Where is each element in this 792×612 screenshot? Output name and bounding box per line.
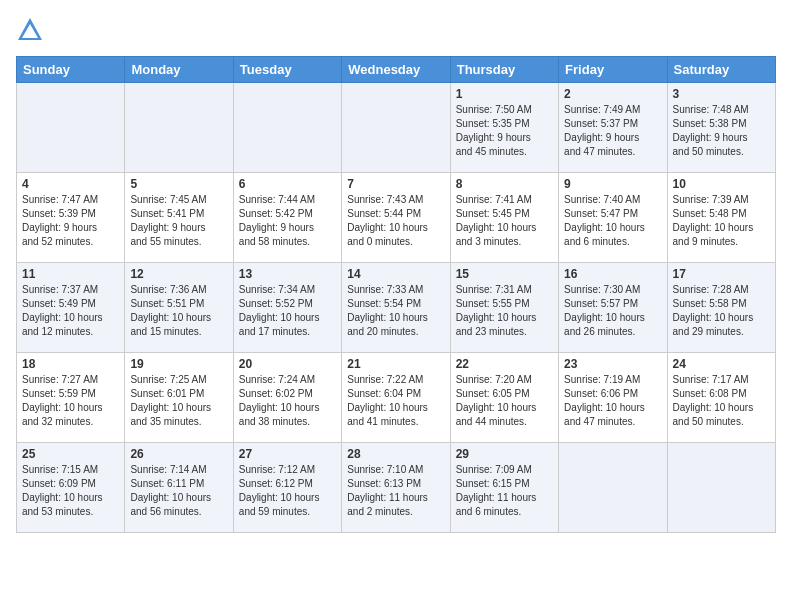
calendar-cell: [17, 83, 125, 173]
day-info: Sunrise: 7:10 AM Sunset: 6:13 PM Dayligh…: [347, 463, 444, 519]
day-info: Sunrise: 7:39 AM Sunset: 5:48 PM Dayligh…: [673, 193, 770, 249]
calendar-cell: 22Sunrise: 7:20 AM Sunset: 6:05 PM Dayli…: [450, 353, 558, 443]
day-number: 26: [130, 447, 227, 461]
day-info: Sunrise: 7:34 AM Sunset: 5:52 PM Dayligh…: [239, 283, 336, 339]
header-saturday: Saturday: [667, 57, 775, 83]
day-number: 16: [564, 267, 661, 281]
calendar-cell: 1Sunrise: 7:50 AM Sunset: 5:35 PM Daylig…: [450, 83, 558, 173]
calendar-cell: 27Sunrise: 7:12 AM Sunset: 6:12 PM Dayli…: [233, 443, 341, 533]
day-info: Sunrise: 7:30 AM Sunset: 5:57 PM Dayligh…: [564, 283, 661, 339]
day-number: 5: [130, 177, 227, 191]
day-info: Sunrise: 7:12 AM Sunset: 6:12 PM Dayligh…: [239, 463, 336, 519]
header-tuesday: Tuesday: [233, 57, 341, 83]
day-info: Sunrise: 7:44 AM Sunset: 5:42 PM Dayligh…: [239, 193, 336, 249]
day-number: 24: [673, 357, 770, 371]
header-thursday: Thursday: [450, 57, 558, 83]
day-info: Sunrise: 7:20 AM Sunset: 6:05 PM Dayligh…: [456, 373, 553, 429]
header-monday: Monday: [125, 57, 233, 83]
calendar-cell: 25Sunrise: 7:15 AM Sunset: 6:09 PM Dayli…: [17, 443, 125, 533]
day-info: Sunrise: 7:50 AM Sunset: 5:35 PM Dayligh…: [456, 103, 553, 159]
calendar-row-4: 18Sunrise: 7:27 AM Sunset: 5:59 PM Dayli…: [17, 353, 776, 443]
day-info: Sunrise: 7:14 AM Sunset: 6:11 PM Dayligh…: [130, 463, 227, 519]
calendar-cell: 12Sunrise: 7:36 AM Sunset: 5:51 PM Dayli…: [125, 263, 233, 353]
calendar-cell: [559, 443, 667, 533]
day-info: Sunrise: 7:33 AM Sunset: 5:54 PM Dayligh…: [347, 283, 444, 339]
day-info: Sunrise: 7:47 AM Sunset: 5:39 PM Dayligh…: [22, 193, 119, 249]
calendar-cell: 2Sunrise: 7:49 AM Sunset: 5:37 PM Daylig…: [559, 83, 667, 173]
calendar-cell: 10Sunrise: 7:39 AM Sunset: 5:48 PM Dayli…: [667, 173, 775, 263]
day-info: Sunrise: 7:49 AM Sunset: 5:37 PM Dayligh…: [564, 103, 661, 159]
calendar-cell: 15Sunrise: 7:31 AM Sunset: 5:55 PM Dayli…: [450, 263, 558, 353]
day-info: Sunrise: 7:36 AM Sunset: 5:51 PM Dayligh…: [130, 283, 227, 339]
calendar-cell: 16Sunrise: 7:30 AM Sunset: 5:57 PM Dayli…: [559, 263, 667, 353]
calendar-cell: 13Sunrise: 7:34 AM Sunset: 5:52 PM Dayli…: [233, 263, 341, 353]
logo-icon: [16, 16, 44, 44]
day-number: 11: [22, 267, 119, 281]
day-number: 10: [673, 177, 770, 191]
page-header: [16, 16, 776, 44]
calendar-cell: 5Sunrise: 7:45 AM Sunset: 5:41 PM Daylig…: [125, 173, 233, 263]
day-info: Sunrise: 7:19 AM Sunset: 6:06 PM Dayligh…: [564, 373, 661, 429]
calendar-cell: 24Sunrise: 7:17 AM Sunset: 6:08 PM Dayli…: [667, 353, 775, 443]
day-number: 14: [347, 267, 444, 281]
calendar-cell: 8Sunrise: 7:41 AM Sunset: 5:45 PM Daylig…: [450, 173, 558, 263]
day-number: 3: [673, 87, 770, 101]
day-info: Sunrise: 7:43 AM Sunset: 5:44 PM Dayligh…: [347, 193, 444, 249]
day-number: 1: [456, 87, 553, 101]
calendar-cell: 26Sunrise: 7:14 AM Sunset: 6:11 PM Dayli…: [125, 443, 233, 533]
day-info: Sunrise: 7:15 AM Sunset: 6:09 PM Dayligh…: [22, 463, 119, 519]
day-number: 17: [673, 267, 770, 281]
day-info: Sunrise: 7:25 AM Sunset: 6:01 PM Dayligh…: [130, 373, 227, 429]
calendar-cell: 23Sunrise: 7:19 AM Sunset: 6:06 PM Dayli…: [559, 353, 667, 443]
day-number: 8: [456, 177, 553, 191]
calendar-cell: 4Sunrise: 7:47 AM Sunset: 5:39 PM Daylig…: [17, 173, 125, 263]
day-number: 9: [564, 177, 661, 191]
day-number: 13: [239, 267, 336, 281]
calendar-cell: 20Sunrise: 7:24 AM Sunset: 6:02 PM Dayli…: [233, 353, 341, 443]
day-number: 20: [239, 357, 336, 371]
calendar-cell: 29Sunrise: 7:09 AM Sunset: 6:15 PM Dayli…: [450, 443, 558, 533]
calendar-cell: [667, 443, 775, 533]
calendar-cell: 14Sunrise: 7:33 AM Sunset: 5:54 PM Dayli…: [342, 263, 450, 353]
calendar-cell: 3Sunrise: 7:48 AM Sunset: 5:38 PM Daylig…: [667, 83, 775, 173]
calendar-header-row: SundayMondayTuesdayWednesdayThursdayFrid…: [17, 57, 776, 83]
day-info: Sunrise: 7:24 AM Sunset: 6:02 PM Dayligh…: [239, 373, 336, 429]
day-number: 12: [130, 267, 227, 281]
day-info: Sunrise: 7:45 AM Sunset: 5:41 PM Dayligh…: [130, 193, 227, 249]
day-info: Sunrise: 7:22 AM Sunset: 6:04 PM Dayligh…: [347, 373, 444, 429]
day-number: 22: [456, 357, 553, 371]
calendar-cell: 9Sunrise: 7:40 AM Sunset: 5:47 PM Daylig…: [559, 173, 667, 263]
day-info: Sunrise: 7:17 AM Sunset: 6:08 PM Dayligh…: [673, 373, 770, 429]
day-number: 18: [22, 357, 119, 371]
calendar-cell: 18Sunrise: 7:27 AM Sunset: 5:59 PM Dayli…: [17, 353, 125, 443]
day-number: 28: [347, 447, 444, 461]
calendar-row-2: 4Sunrise: 7:47 AM Sunset: 5:39 PM Daylig…: [17, 173, 776, 263]
day-info: Sunrise: 7:40 AM Sunset: 5:47 PM Dayligh…: [564, 193, 661, 249]
day-number: 6: [239, 177, 336, 191]
calendar-row-5: 25Sunrise: 7:15 AM Sunset: 6:09 PM Dayli…: [17, 443, 776, 533]
calendar-cell: 21Sunrise: 7:22 AM Sunset: 6:04 PM Dayli…: [342, 353, 450, 443]
day-info: Sunrise: 7:31 AM Sunset: 5:55 PM Dayligh…: [456, 283, 553, 339]
day-info: Sunrise: 7:48 AM Sunset: 5:38 PM Dayligh…: [673, 103, 770, 159]
calendar-cell: 19Sunrise: 7:25 AM Sunset: 6:01 PM Dayli…: [125, 353, 233, 443]
header-friday: Friday: [559, 57, 667, 83]
day-info: Sunrise: 7:37 AM Sunset: 5:49 PM Dayligh…: [22, 283, 119, 339]
header-wednesday: Wednesday: [342, 57, 450, 83]
logo: [16, 16, 46, 44]
calendar-row-3: 11Sunrise: 7:37 AM Sunset: 5:49 PM Dayli…: [17, 263, 776, 353]
day-info: Sunrise: 7:27 AM Sunset: 5:59 PM Dayligh…: [22, 373, 119, 429]
day-number: 19: [130, 357, 227, 371]
day-number: 23: [564, 357, 661, 371]
calendar-cell: 28Sunrise: 7:10 AM Sunset: 6:13 PM Dayli…: [342, 443, 450, 533]
calendar-cell: [342, 83, 450, 173]
calendar-cell: 17Sunrise: 7:28 AM Sunset: 5:58 PM Dayli…: [667, 263, 775, 353]
calendar-cell: [233, 83, 341, 173]
day-number: 27: [239, 447, 336, 461]
calendar-cell: [125, 83, 233, 173]
calendar: SundayMondayTuesdayWednesdayThursdayFrid…: [16, 56, 776, 533]
day-info: Sunrise: 7:09 AM Sunset: 6:15 PM Dayligh…: [456, 463, 553, 519]
day-info: Sunrise: 7:28 AM Sunset: 5:58 PM Dayligh…: [673, 283, 770, 339]
day-number: 15: [456, 267, 553, 281]
header-sunday: Sunday: [17, 57, 125, 83]
day-number: 25: [22, 447, 119, 461]
